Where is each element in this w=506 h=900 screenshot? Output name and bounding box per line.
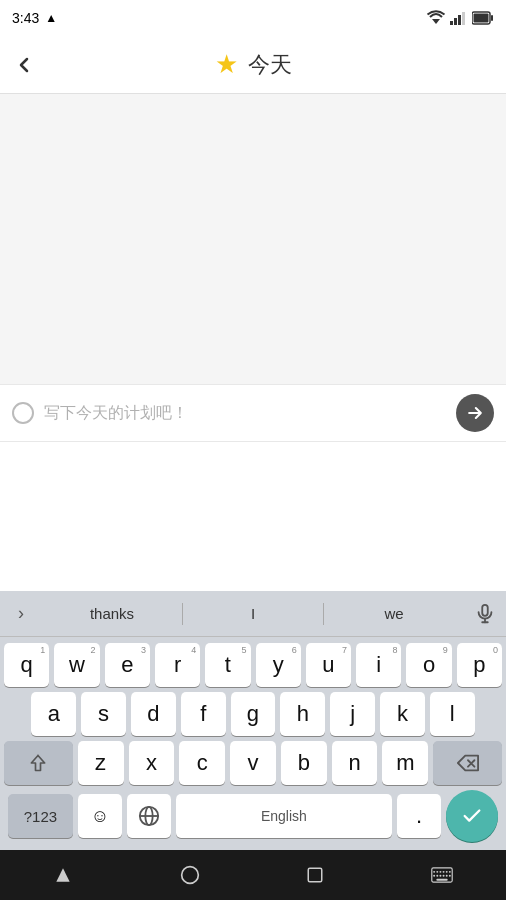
key-m[interactable]: m <box>382 741 428 785</box>
key-b[interactable]: b <box>281 741 327 785</box>
svg-rect-18 <box>309 868 323 882</box>
key-row-4: ?123 ☺ English . <box>4 790 502 846</box>
svg-rect-7 <box>474 14 489 23</box>
suggestion-1[interactable]: thanks <box>42 601 182 626</box>
send-button[interactable] <box>456 394 494 432</box>
status-time: 3:43 ▲ <box>12 10 57 26</box>
emoji-icon: ☺ <box>91 806 109 827</box>
top-bar: ★ 今天 <box>0 36 506 94</box>
key-j[interactable]: j <box>330 692 375 736</box>
svg-rect-8 <box>482 604 488 615</box>
suggestion-3[interactable]: we <box>324 601 464 626</box>
suggestions-expand[interactable]: › <box>0 603 42 624</box>
content-area <box>0 94 506 384</box>
wifi-icon <box>426 10 446 26</box>
check-circle-icon[interactable] <box>12 402 34 424</box>
status-bar: 3:43 ▲ <box>0 0 506 36</box>
key-e[interactable]: 3e <box>105 643 150 687</box>
nav-bar <box>0 850 506 900</box>
key-rows: 1q2w3e4r5t6y7u8i9o0p asdfghjkl zxcvbnm ?… <box>0 637 506 850</box>
star-icon[interactable]: ★ <box>215 49 238 80</box>
input-bar[interactable]: 写下今天的计划吧！ <box>0 384 506 442</box>
key-s[interactable]: s <box>81 692 126 736</box>
key-space[interactable]: English <box>176 794 392 838</box>
key-y[interactable]: 6y <box>256 643 301 687</box>
key-globe[interactable] <box>127 794 171 838</box>
key-z[interactable]: z <box>78 741 124 785</box>
svg-marker-0 <box>432 19 440 24</box>
back-button[interactable] <box>12 53 36 77</box>
nav-home[interactable] <box>180 865 200 885</box>
key-shift[interactable] <box>4 741 73 785</box>
key-enter[interactable] <box>446 790 498 842</box>
suggestions-row: › thanks I we <box>0 591 506 637</box>
status-icons <box>426 10 494 26</box>
svg-rect-3 <box>458 15 461 25</box>
key-l[interactable]: l <box>430 692 475 736</box>
svg-marker-16 <box>57 868 70 881</box>
mic-button[interactable] <box>464 603 506 625</box>
key-a[interactable]: a <box>31 692 76 736</box>
key-d[interactable]: d <box>131 692 176 736</box>
key-k[interactable]: k <box>380 692 425 736</box>
key-o[interactable]: 9o <box>406 643 451 687</box>
key-numbers[interactable]: ?123 <box>8 794 73 838</box>
key-row-3: zxcvbnm <box>4 741 502 785</box>
key-row-2: asdfghjkl <box>4 692 502 736</box>
globe-icon <box>138 805 160 827</box>
keyboard: › thanks I we 1q2w3e4r5t6y7u8i9o0p asdfg… <box>0 591 506 850</box>
svg-rect-4 <box>462 12 465 25</box>
key-row-1: 1q2w3e4r5t6y7u8i9o0p <box>4 643 502 687</box>
svg-rect-1 <box>450 21 453 25</box>
key-h[interactable]: h <box>280 692 325 736</box>
battery-icon <box>472 11 494 25</box>
nav-back[interactable] <box>53 865 73 885</box>
key-n[interactable]: n <box>332 741 378 785</box>
key-r[interactable]: 4r <box>155 643 200 687</box>
notification-icon: ▲ <box>45 11 57 25</box>
time-text: 3:43 <box>12 10 39 26</box>
signal-icon <box>450 11 468 25</box>
svg-rect-6 <box>491 15 493 21</box>
nav-recent[interactable] <box>306 866 324 884</box>
svg-point-17 <box>181 867 198 884</box>
key-emoji[interactable]: ☺ <box>78 794 122 838</box>
key-c[interactable]: c <box>179 741 225 785</box>
key-q[interactable]: 1q <box>4 643 49 687</box>
key-x[interactable]: x <box>129 741 175 785</box>
key-backspace[interactable] <box>433 741 502 785</box>
key-g[interactable]: g <box>231 692 276 736</box>
suggestion-items: thanks I we <box>42 601 464 626</box>
page-title: 今天 <box>248 50 292 80</box>
suggestion-2[interactable]: I <box>183 601 323 626</box>
key-u[interactable]: 7u <box>306 643 351 687</box>
title-area: ★ 今天 <box>215 49 292 80</box>
key-p[interactable]: 0p <box>457 643 502 687</box>
svg-rect-2 <box>454 18 457 25</box>
key-i[interactable]: 8i <box>356 643 401 687</box>
key-f[interactable]: f <box>181 692 226 736</box>
nav-keyboard[interactable] <box>431 867 453 883</box>
key-period[interactable]: . <box>397 794 441 838</box>
input-placeholder[interactable]: 写下今天的计划吧！ <box>44 403 446 424</box>
key-t[interactable]: 5t <box>205 643 250 687</box>
key-w[interactable]: 2w <box>54 643 99 687</box>
key-v[interactable]: v <box>230 741 276 785</box>
